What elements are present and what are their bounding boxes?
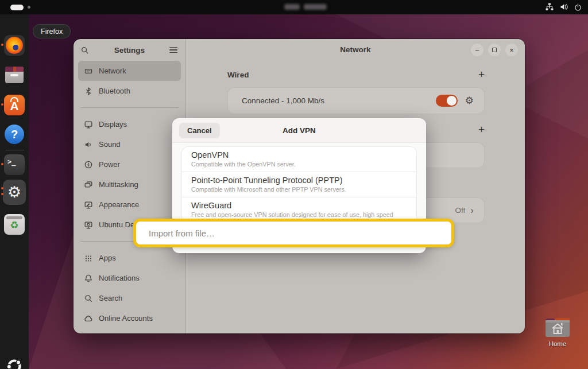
sidebar-item-notifications[interactable]: Notifications	[78, 268, 181, 288]
sidebar-divider	[80, 107, 179, 108]
maximize-icon	[492, 48, 497, 52]
sidebar-item-multitasking[interactable]: Multitasking	[78, 174, 181, 195]
vpn-option-subtitle: Compatible with Microsoft and other PPTP…	[191, 186, 407, 193]
sidebar-item-network[interactable]: Network	[78, 61, 181, 81]
hamburger-menu-icon[interactable]	[169, 47, 177, 53]
close-button[interactable]: ×	[505, 44, 518, 56]
sidebar-item-label: Appearance	[99, 200, 139, 209]
firefox-tooltip: Firefox	[33, 24, 71, 38]
vpn-option-pptp[interactable]: Point-to-Point Tunneling Protocol (PPTP)…	[182, 172, 416, 197]
vpn-option-title: OpenVPN	[191, 150, 407, 160]
firefox-dock-icon[interactable]	[4, 35, 25, 56]
question-mark-icon: ?	[5, 125, 24, 144]
home-folder-icon	[544, 316, 571, 339]
sidebar-item-label: Notifications	[99, 274, 140, 282]
clock-redacted[interactable]	[284, 4, 327, 10]
top-bar	[0, 0, 588, 14]
sidebar-item-bluetooth[interactable]: Bluetooth	[78, 81, 181, 101]
sidebar-item-label: Online Accounts	[99, 314, 153, 323]
volume-icon	[559, 2, 568, 11]
dialog-headerbar: Cancel Add VPN	[172, 118, 426, 143]
running-indicator	[1, 163, 3, 165]
add-wired-connection-button[interactable]: +	[478, 69, 485, 80]
sidebar-item-label: Bluetooth	[99, 87, 130, 95]
app-center-letter: A	[4, 99, 25, 113]
running-indicator	[1, 44, 3, 46]
vpn-option-title: WireGuard	[191, 201, 407, 210]
wired-section-title: Wired	[227, 71, 249, 79]
sidebar-item-label: Apps	[99, 254, 116, 262]
home-desktop-shortcut[interactable]: Home	[540, 316, 575, 347]
wired-network-icon	[545, 2, 554, 11]
import-from-file-label: Import from file…	[149, 228, 215, 238]
help-dock-icon[interactable]: ?	[4, 124, 25, 145]
sidebar-headerbar: Settings	[74, 39, 185, 61]
sidebar-item-apps[interactable]: Apps	[78, 248, 181, 268]
minimize-icon: −	[475, 46, 479, 55]
desktop-screen: A ? >_ ⚙ ♻	[0, 0, 588, 369]
folder-icon	[5, 67, 24, 83]
vpn-option-openvpn[interactable]: OpenVPN Compatible with the OpenVPN serv…	[182, 147, 416, 172]
sidebar-item-label: Sound	[99, 140, 121, 149]
running-indicator	[1, 103, 3, 106]
vpn-type-list: OpenVPN Compatible with the OpenVPN serv…	[181, 146, 417, 230]
main-headerbar: Network − ×	[186, 39, 525, 61]
app-center-dock-icon[interactable]: A	[4, 95, 25, 115]
add-vpn-button[interactable]: +	[478, 125, 485, 135]
firefox-logo-icon	[6, 37, 23, 54]
cancel-button[interactable]: Cancel	[179, 123, 220, 138]
maximize-button[interactable]	[488, 44, 501, 56]
system-status-area[interactable]	[545, 2, 582, 11]
files-dock-icon[interactable]	[4, 65, 25, 86]
terminal-prompt-icon: >_	[7, 158, 16, 166]
close-icon: ×	[509, 46, 514, 55]
workspace-indicator[interactable]	[10, 5, 24, 10]
sidebar-item-search[interactable]: Search	[78, 288, 181, 308]
wired-options-gear-icon[interactable]: ⚙	[465, 95, 474, 107]
dock: A ? >_ ⚙ ♻	[0, 14, 29, 369]
proxy-status-text: Off	[455, 206, 466, 215]
wired-toggle[interactable]	[436, 95, 458, 107]
sidebar-nav: Network Bluetooth Displays Sound Po	[74, 61, 185, 333]
sidebar-item-displays[interactable]: Displays	[78, 114, 181, 134]
sidebar-item-label: Displays	[99, 120, 127, 129]
terminal-dock-icon[interactable]: >_	[4, 154, 25, 175]
power-icon	[574, 3, 582, 11]
sidebar-item-label: Search	[99, 294, 122, 302]
settings-dock-icon[interactable]: ⚙	[3, 180, 26, 205]
toggle-knob	[447, 96, 457, 106]
gear-icon: ⚙	[3, 180, 26, 205]
wired-status-text: Connected - 1,000 Mb/s	[242, 96, 436, 105]
sidebar-item-power[interactable]: Power	[78, 154, 181, 174]
sidebar-item-label: Network	[99, 67, 126, 75]
search-icon[interactable]	[80, 46, 89, 55]
workspace-dot[interactable]	[28, 6, 30, 9]
show-apps-ubuntu-logo[interactable]	[6, 358, 23, 369]
sidebar-item-label: Power	[99, 160, 120, 169]
settings-sidebar: Settings Network Bluetooth Displays	[74, 39, 186, 333]
trash-dock-icon[interactable]: ♻	[4, 214, 25, 235]
chevron-right-icon: ›	[470, 207, 474, 215]
wired-connection-row[interactable]: Connected - 1,000 Mb/s ⚙	[227, 87, 485, 114]
sidebar-item-online-accounts[interactable]: Online Accounts	[78, 308, 181, 328]
vpn-option-title: Point-to-Point Tunneling Protocol (PPTP)	[191, 176, 407, 185]
home-label: Home	[540, 340, 575, 347]
sidebar-item-sound[interactable]: Sound	[78, 134, 181, 154]
minimize-button[interactable]: −	[471, 44, 483, 56]
running-indicator	[1, 193, 3, 195]
vpn-option-subtitle: Compatible with the OpenVPN server.	[191, 161, 407, 168]
sidebar-item-label: Multitasking	[99, 180, 138, 189]
running-indicator	[1, 187, 3, 189]
dock-separator	[5, 150, 24, 150]
wired-section-header: Wired +	[227, 69, 485, 80]
recycle-icon: ♻	[4, 219, 25, 231]
import-from-file-row-highlighted[interactable]: Import from file…	[133, 219, 454, 247]
sidebar-item-sharing[interactable]: Sharing	[78, 328, 181, 333]
sidebar-item-appearance[interactable]: Appearance	[78, 195, 181, 215]
sidebar-title: Settings	[74, 46, 185, 55]
